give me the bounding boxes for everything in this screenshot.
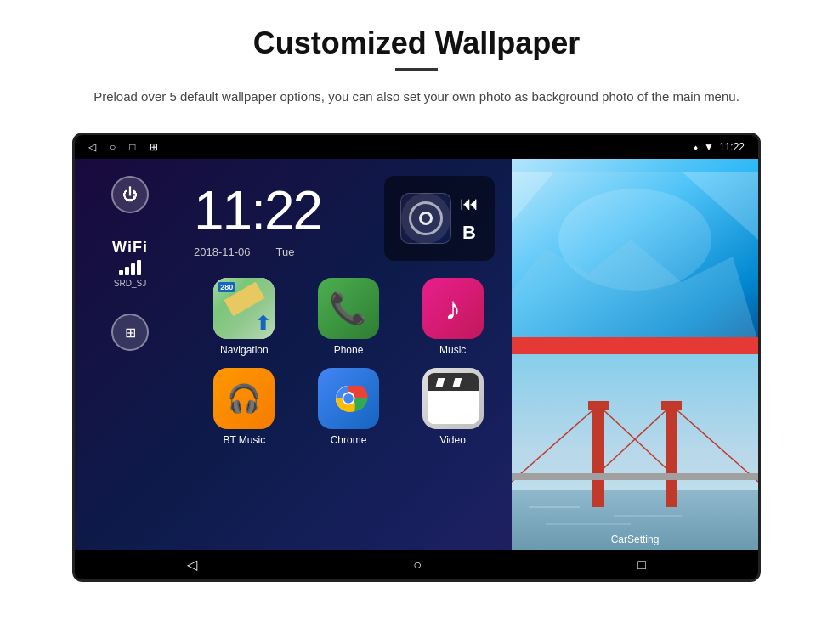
home-nav-button[interactable]: ○ — [396, 554, 439, 576]
signal-icon — [401, 193, 450, 244]
app-item-bt-music[interactable]: 🎧 BT Music — [198, 368, 291, 446]
clapperboard-icon — [428, 373, 479, 424]
wifi-bar-1 — [119, 270, 123, 275]
bridge-svg: CarSetting — [512, 354, 758, 550]
nav-badge: 280 — [218, 282, 235, 292]
clock-section: 11:22 2018-11-06 Tue — [194, 179, 384, 258]
phone-icon: 📞 — [329, 291, 367, 326]
prev-track-icon[interactable]: ⏮ — [460, 193, 479, 215]
nav-map: 280 ⬆ — [213, 278, 275, 339]
wifi-widget: WiFi SRD_SJ — [112, 239, 148, 288]
app-icon-chrome — [318, 368, 379, 429]
device-frame: ◁ ○ □ ⊞ ⬧ ▼ 11:22 ⏻ WiFi — [72, 133, 761, 582]
media-widget: ⏮ B — [384, 176, 495, 261]
back-nav-button[interactable]: ◁ — [170, 553, 214, 576]
wallpaper-preview-ice[interactable] — [512, 159, 758, 354]
app-icon-navigation: 280 ⬆ — [213, 278, 275, 339]
clock-day: Tue — [276, 246, 295, 258]
clap-stripes — [437, 378, 469, 387]
wifi-ssid: SRD_SJ — [112, 279, 148, 288]
wifi-label: WiFi — [112, 239, 148, 257]
bluetooth-icon: 🎧 — [227, 382, 261, 415]
app-item-video[interactable]: Video — [406, 368, 499, 446]
nav-back-icon[interactable]: ◁ — [88, 141, 96, 153]
app-label-phone: Phone — [334, 344, 364, 356]
wifi-bar-4 — [137, 260, 141, 275]
red-strip — [512, 337, 758, 354]
app-label-navigation: Navigation — [220, 344, 269, 356]
clap-stripe-2 — [444, 378, 453, 387]
app-grid: 280 ⬆ Navigation 📞 Phone — [194, 278, 503, 446]
page-subtitle: Preload over 5 default wallpaper options… — [51, 87, 782, 107]
wifi-bars — [112, 260, 148, 275]
recent-nav-button[interactable]: □ — [620, 554, 663, 576]
media-icon — [400, 193, 451, 244]
status-time: 11:22 — [719, 141, 745, 153]
ice-cave-svg — [512, 159, 758, 354]
page-wrapper: Customized Wallpaper Preload over 5 defa… — [0, 0, 833, 599]
android-nav-bar: ◁ ○ □ — [75, 550, 758, 579]
location-icon: ⬧ — [693, 141, 699, 153]
apps-button[interactable]: ⊞ — [111, 314, 149, 351]
nav-recent-icon[interactable]: □ — [129, 141, 135, 153]
app-item-music[interactable]: ♪ Music — [406, 278, 499, 356]
signal-ring — [409, 201, 443, 235]
clock-date: 2018-11-06 Tue — [194, 246, 384, 258]
svg-rect-18 — [512, 473, 758, 480]
clock-area: 11:22 2018-11-06 Tue — [194, 167, 503, 269]
app-icon-phone: 📞 — [318, 278, 379, 339]
app-item-phone[interactable]: 📞 Phone — [303, 278, 395, 356]
app-label-b: B — [462, 222, 476, 244]
title-divider — [395, 68, 438, 71]
app-item-chrome[interactable]: Chrome — [303, 368, 395, 446]
svg-rect-10 — [592, 405, 604, 507]
wifi-bar-3 — [131, 263, 135, 275]
clap-bottom — [428, 391, 479, 424]
nav-home-icon[interactable]: ○ — [110, 141, 116, 153]
nav-arrow-icon: ⬆ — [255, 313, 270, 335]
left-sidebar: ⏻ WiFi SRD_SJ ⊞ — [75, 159, 185, 550]
app-label-bt-music: BT Music — [223, 434, 265, 446]
wallpaper-preview-bridge[interactable]: CarSetting — [512, 354, 758, 550]
clap-top — [428, 373, 479, 391]
status-bar: ◁ ○ □ ⊞ ⬧ ▼ 11:22 — [75, 135, 758, 159]
power-button[interactable]: ⏻ — [111, 176, 149, 213]
android-content: ⏻ WiFi SRD_SJ ⊞ — [75, 159, 758, 550]
clock-date-value: 2018-11-06 — [194, 246, 251, 258]
app-label-video: Video — [439, 434, 465, 446]
clap-stripe-1 — [435, 378, 445, 387]
nav-cam-icon[interactable]: ⊞ — [150, 141, 158, 153]
right-panel: CarSetting — [512, 159, 758, 550]
media-controls: ⏮ B — [460, 193, 479, 244]
svg-point-2 — [343, 393, 354, 404]
app-icon-bt-music: 🎧 — [213, 368, 275, 429]
ice-cave-image — [512, 159, 758, 354]
clap-stripe-4 — [461, 378, 470, 387]
chrome-svg-icon — [327, 377, 370, 420]
wifi-status-icon: ▼ — [704, 141, 714, 153]
status-bar-left: ◁ ○ □ ⊞ — [88, 141, 158, 153]
clock-time: 11:22 — [194, 179, 384, 242]
status-bar-right: ⬧ ▼ 11:22 — [693, 141, 745, 153]
clap-stripe-3 — [452, 378, 462, 387]
app-item-navigation[interactable]: 280 ⬆ Navigation — [198, 278, 291, 356]
wifi-bar-2 — [125, 267, 129, 275]
app-icon-music: ♪ — [422, 278, 484, 339]
app-label-chrome: Chrome — [331, 434, 367, 446]
svg-rect-11 — [666, 405, 677, 507]
page-title: Customized Wallpaper — [51, 25, 782, 61]
main-area: 11:22 2018-11-06 Tue — [185, 159, 512, 550]
app-label-music: Music — [439, 344, 466, 356]
app-icon-video — [422, 368, 484, 429]
music-icon: ♪ — [445, 291, 461, 327]
svg-text:CarSetting: CarSetting — [611, 534, 660, 545]
